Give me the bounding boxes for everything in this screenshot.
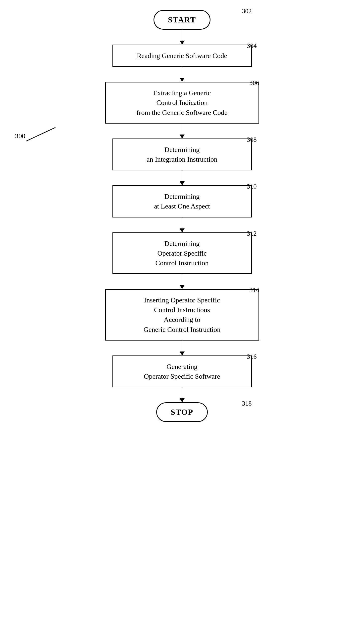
arrow-6	[180, 274, 184, 289]
step-308-box: Determiningan Integration Instruction	[112, 138, 252, 170]
arrow-7	[180, 341, 184, 355]
arrow-line	[182, 30, 182, 41]
arrow-5	[180, 218, 184, 233]
arrow-line	[182, 341, 182, 351]
ref-314: 314	[250, 287, 259, 294]
ref-316: 316	[247, 353, 257, 360]
start-node: START	[154, 10, 210, 30]
ref-312: 312	[247, 230, 257, 237]
arrow-line	[182, 170, 182, 181]
ref-308: 308	[247, 136, 257, 143]
arrow-head	[180, 78, 184, 82]
step-312-box: DeterminingOperator SpecificControl Inst…	[112, 233, 252, 274]
step-316-box: GeneratingOperator Specific Software	[112, 355, 252, 387]
step-306-box: Extracting a GenericControl Indicationfr…	[105, 82, 259, 124]
step-308-label: Determiningan Integration Instruction	[146, 146, 218, 163]
step-314-box: Inserting Operator SpecificControl Instr…	[105, 289, 259, 341]
step-310-label: Determiningat Least One Aspect	[154, 192, 210, 210]
step-314-label: Inserting Operator SpecificControl Instr…	[144, 296, 220, 333]
step-304-label: Reading Generic Software Code	[137, 52, 227, 60]
arrow-line	[182, 274, 182, 285]
ref-306: 306	[250, 79, 259, 87]
step-304-box: Reading Generic Software Code	[112, 45, 252, 67]
arrow-head	[180, 398, 184, 402]
arrow-line	[182, 124, 182, 134]
arrow-4	[180, 170, 184, 185]
ref-318: 318	[242, 400, 252, 407]
ref-300-line	[26, 127, 56, 141]
arrow-head	[180, 134, 184, 138]
arrow-2	[180, 67, 184, 82]
arrow-3	[180, 124, 184, 138]
arrow-line	[182, 387, 182, 398]
step-316-label: GeneratingOperator Specific Software	[144, 363, 220, 380]
ref-304: 304	[247, 42, 257, 50]
arrow-head	[180, 351, 184, 355]
step-312-label: DeterminingOperator SpecificControl Inst…	[156, 240, 209, 267]
ref-300-label: 300	[15, 132, 26, 140]
arrow-head	[180, 41, 184, 45]
ref-302: 302	[242, 8, 252, 15]
arrow-8	[180, 387, 184, 402]
arrow-head	[180, 181, 184, 185]
stop-node: STOP	[156, 402, 208, 422]
arrow-1	[180, 30, 184, 45]
arrow-head	[180, 229, 184, 233]
arrow-head	[180, 285, 184, 289]
ref-310: 310	[247, 183, 257, 190]
arrow-line	[182, 67, 182, 78]
flowchart: START 302 Reading Generic Software Code …	[105, 10, 259, 422]
step-310-box: Determiningat Least One Aspect	[112, 185, 252, 217]
arrow-line	[182, 218, 182, 229]
step-306-label: Extracting a GenericControl Indicationfr…	[136, 89, 228, 116]
diagram-container: 300 START 302 Reading Generic Software C…	[0, 0, 364, 631]
